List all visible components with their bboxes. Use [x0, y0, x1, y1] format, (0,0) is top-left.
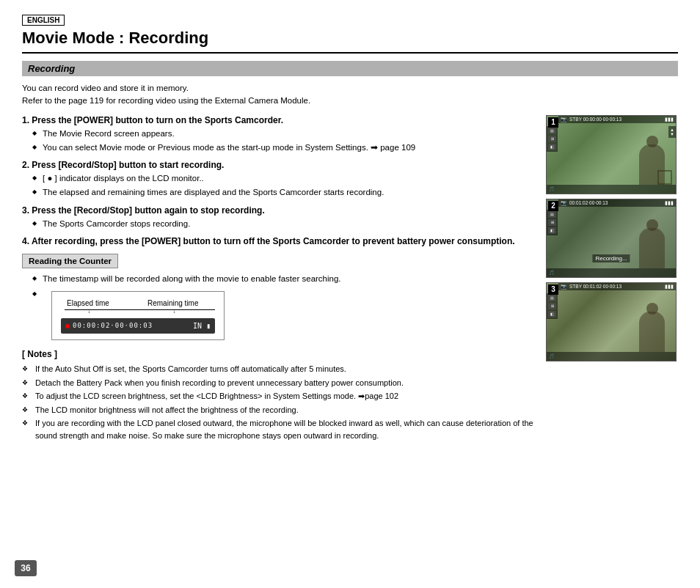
- cam-status-icon-3: 📷: [561, 284, 567, 290]
- step-3-bullet-1: The Sports Camcorder stops recording.: [34, 218, 534, 230]
- step-3: 3. Press the [Record/Stop] button again …: [22, 205, 534, 230]
- cam-icon-2a: ▤: [548, 211, 556, 218]
- note-5: If you are recording with the LCD panel …: [22, 417, 534, 441]
- cam-scene-1: [547, 116, 676, 194]
- cam-icon-1c: ◧: [548, 144, 556, 150]
- step-1: 1. Press the [POWER] button to turn on t…: [22, 115, 534, 155]
- step-2-bullets: [ ● ] indicator displays on the LCD moni…: [22, 172, 534, 199]
- step-1-bullet-1: The Movie Record screen appears.: [34, 128, 534, 140]
- cam-recording-label: Recording...: [592, 254, 630, 262]
- step-2-bullet-1: [ ● ] indicator displays on the LCD moni…: [34, 172, 534, 185]
- cam-bottom-icon-2: 🎵: [549, 270, 554, 275]
- page-title: Movie Mode : Recording: [22, 29, 678, 54]
- counter-diagram-item: Elapsed time Remaining time ↓ ↓ 00:00:02…: [34, 288, 534, 340]
- left-content: 1. Press the [POWER] button to turn on t…: [22, 115, 534, 444]
- counter-section: Reading the Counter The timestamp will b…: [22, 254, 534, 340]
- cam-battery-3: ▮▮▮: [665, 284, 674, 290]
- step-3-num: 3.: [22, 205, 29, 216]
- section-header: Recording: [22, 61, 678, 76]
- intro-line2: Refer to the page 119 for recording vide…: [22, 95, 678, 107]
- step-4: 4. After recording, press the [POWER] bu…: [22, 236, 534, 246]
- cam-bottom-bar-1: 🎵: [547, 185, 676, 194]
- counter-bullets: The timestamp will be recorded along wit…: [22, 273, 534, 340]
- cam-status-bar-2: 📷 00:01:02·00·00:13 ▮▮▮: [558, 199, 676, 207]
- cam-bottom-bar-2: 🎵: [547, 268, 676, 277]
- arrow-down-right: ↓: [172, 305, 176, 316]
- cam-frame-1: 1 📷 STBY 00:00:00·00·00:13 ▮▮▮ ▤ ⊞ ◧ ▲▼ …: [546, 115, 677, 194]
- cam-left-icons-3: ▤ ⊞ ◧: [547, 293, 558, 319]
- step-2: 2. Press [Record/Stop] button to start r…: [22, 160, 534, 199]
- step-2-num: 2.: [22, 160, 29, 170]
- cam-icon-1b: ⊞: [548, 136, 556, 142]
- note-2: Detach the Battery Pack when you finish …: [22, 377, 534, 389]
- rec-dot: [65, 324, 70, 328]
- cam-scene-2: [547, 199, 676, 277]
- cam-status-icon-2: 📷: [561, 200, 567, 206]
- person-head-1: [646, 136, 658, 147]
- cam-timecode-3: STBY 00:01:02·00·00:13: [569, 284, 621, 289]
- display-timecode: 00:00:02·00·00:03: [73, 321, 153, 331]
- cam-status-icon-1: 📷: [561, 117, 567, 122]
- person-head-3: [646, 303, 658, 315]
- cam-icon-2b: ⊞: [548, 219, 556, 226]
- diagram-display: 00:00:02·00·00:03 IN ▮: [61, 318, 215, 334]
- cam-icon-2c: ◧: [548, 227, 556, 234]
- cam-timecode-2: 00:01:02·00·00:13: [569, 200, 608, 205]
- cam-battery-2: ▮▮▮: [665, 200, 674, 206]
- main-content: 1. Press the [POWER] button to turn on t…: [22, 115, 678, 444]
- diagram-label-area: Elapsed time Remaining time ↓ ↓: [61, 298, 215, 318]
- step-2-title: 2. Press [Record/Stop] button to start r…: [22, 160, 534, 170]
- note-4: The LCD monitor brightness will not affe…: [22, 404, 534, 416]
- cam-icon-1r: ▲▼: [670, 128, 674, 136]
- reading-counter-label: Reading the Counter: [22, 254, 118, 268]
- step-1-bullets: The Movie Record screen appears. You can…: [22, 128, 534, 155]
- note-1: If the Auto Shut Off is set, the Sports …: [22, 363, 534, 375]
- cam-scene-3: [547, 283, 676, 361]
- person-head-2: [646, 219, 658, 231]
- cam-right-icons-1: ▲▼: [668, 126, 676, 138]
- cam-left-icons-1: ▤ ⊞ ◧: [547, 126, 558, 152]
- counter-bullet-1: The timestamp will be recorded along wit…: [34, 273, 534, 285]
- step-1-num: 1.: [22, 115, 29, 125]
- person-body-2: [639, 228, 665, 268]
- step-1-bullet-2: You can select Movie mode or Previous mo…: [34, 142, 534, 154]
- timestamp-diagram: Elapsed time Remaining time ↓ ↓ 00:00:02…: [51, 291, 225, 340]
- intro-text: You can record video and store it in mem…: [22, 82, 678, 108]
- english-badge: ENGLISH: [22, 15, 65, 26]
- arrow-down-left: ↓: [87, 305, 91, 316]
- step-4-num: 4.: [22, 236, 29, 246]
- cam-status-bar-3: 📷 STBY 00:01:02·00·00:13 ▮▮▮: [558, 283, 676, 290]
- person-body-3: [639, 312, 665, 352]
- cam-icon-3a: ▤: [548, 295, 556, 301]
- notes-section: [ Notes ] If the Auto Shut Off is set, t…: [22, 349, 534, 441]
- step-3-text: Press the [Record/Stop] button again to …: [32, 205, 264, 216]
- cam-frame-3: 3 📷 STBY 00:01:02·00·00:13 ▮▮▮ ▤ ⊞ ◧ 🎵: [546, 282, 677, 361]
- cam-icon-1a: ▤: [548, 128, 556, 134]
- step-3-bullets: The Sports Camcorder stops recording.: [22, 218, 534, 230]
- page-number: 36: [15, 560, 37, 576]
- cam-left-icons-2: ▤ ⊞ ◧: [547, 210, 558, 235]
- cam-bottom-bar-3: 🎵: [547, 352, 676, 361]
- step-1-text: Press the [POWER] button to turn on the …: [32, 115, 283, 125]
- cam-bottom-icon-3: 🎵: [549, 353, 554, 359]
- step-4-text: After recording, press the [POWER] butto…: [32, 236, 515, 246]
- camera-frames: 1 📷 STBY 00:00:00·00·00:13 ▮▮▮ ▤ ⊞ ◧ ▲▼ …: [546, 115, 678, 444]
- step-3-title: 3. Press the [Record/Stop] button again …: [22, 205, 534, 216]
- cam-icon-3b: ⊞: [548, 303, 556, 309]
- cam-status-bar-1: 📷 STBY 00:00:00·00·00:13 ▮▮▮: [558, 116, 676, 123]
- notes-title: [ Notes ]: [22, 349, 534, 359]
- note-3: To adjust the LCD screen brightness, set…: [22, 390, 534, 403]
- step-1-title: 1. Press the [POWER] button to turn on t…: [22, 115, 534, 125]
- bike-wheel-1: [657, 170, 672, 185]
- cam-icon-3c: ◧: [548, 311, 556, 317]
- display-icons: IN ▮: [193, 320, 211, 331]
- cam-bottom-icon-1: 🎵: [549, 186, 554, 191]
- cam-battery-1: ▮▮▮: [665, 117, 674, 122]
- step-2-bullet-2: The elapsed and remaining times are disp…: [34, 186, 534, 199]
- english-badge-wrapper: ENGLISH: [22, 15, 678, 29]
- cam-frame-2: 2 📷 00:01:02·00·00:13 ▮▮▮ ▤ ⊞ ◧ Recordin…: [546, 199, 677, 278]
- step-4-title: 4. After recording, press the [POWER] bu…: [22, 236, 534, 246]
- step-2-text: Press [Record/Stop] button to start reco…: [32, 160, 224, 170]
- intro-line1: You can record video and store it in mem…: [22, 82, 678, 95]
- cam-timecode-1: STBY 00:00:00·00·00:13: [569, 117, 621, 122]
